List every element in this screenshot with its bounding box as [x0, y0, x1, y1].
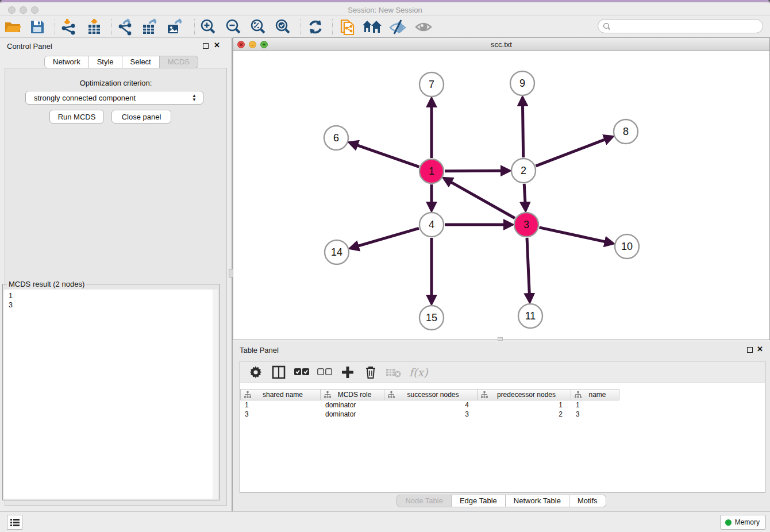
edge-3-to-10[interactable]: [539, 228, 606, 242]
column-header-name[interactable]: name: [571, 389, 619, 400]
first-neighbors-icon[interactable]: [360, 18, 384, 36]
table-row[interactable]: 1dominator411: [240, 400, 765, 410]
search-field[interactable]: [598, 19, 763, 33]
graph-node-1[interactable]: 1: [419, 159, 444, 183]
graph-node-8[interactable]: 8: [614, 119, 638, 144]
tab-select[interactable]: Select: [122, 56, 160, 68]
function-builder-icon-disabled: f(x): [409, 366, 428, 379]
network-graph[interactable]: 7968124314101511: [233, 51, 769, 340]
edge-3-to-11[interactable]: [527, 238, 529, 295]
svg-text:11: 11: [525, 310, 536, 322]
run-mcds-button[interactable]: Run MCDS: [49, 110, 104, 124]
table-header-row: shared nameMCDS rolesuccessor nodesprede…: [240, 389, 619, 400]
delete-column-icon[interactable]: [363, 365, 378, 380]
zoom-in-icon[interactable]: [196, 18, 220, 36]
close-panel-button[interactable]: Close panel: [111, 110, 171, 124]
network-view-window: ✕ – + scc.txt 7968124314101511: [233, 37, 770, 340]
sort-hierarchy-icon: [481, 391, 488, 398]
network-title: scc.txt: [233, 40, 769, 49]
graph-node-7[interactable]: 7: [419, 72, 444, 97]
edge-2-to-3[interactable]: [524, 184, 525, 203]
column-header-MCDS-role[interactable]: MCDS role: [321, 389, 384, 400]
network-canvas[interactable]: 7968124314101511: [233, 51, 769, 340]
edge-2-to-9[interactable]: [522, 105, 523, 157]
zoom-selected-icon[interactable]: [271, 18, 295, 36]
mcds-result-list[interactable]: 1 3: [4, 290, 218, 499]
refresh-icon[interactable]: [303, 18, 328, 36]
svg-text:7: 7: [429, 79, 434, 90]
task-list-icon: [10, 518, 20, 526]
table-row[interactable]: 3dominator323: [240, 410, 765, 419]
export-network-icon[interactable]: [113, 18, 137, 36]
graph-node-15[interactable]: 15: [419, 306, 444, 330]
edge-1-to-2[interactable]: [445, 171, 502, 171]
tab-network[interactable]: Network: [44, 56, 89, 68]
tab-style[interactable]: Style: [89, 56, 122, 68]
open-folder-icon[interactable]: [1, 18, 25, 36]
graph-node-9[interactable]: 9: [510, 71, 534, 95]
graph-node-4[interactable]: 4: [419, 213, 444, 237]
tab-network-table[interactable]: Network Table: [506, 495, 569, 507]
edge-1-to-6[interactable]: [356, 145, 419, 167]
cell: 1: [240, 400, 321, 410]
close-panel-icon[interactable]: ✕: [757, 345, 763, 353]
result-scrollbar[interactable]: [213, 290, 218, 499]
edge-4-to-14[interactable]: [357, 228, 419, 246]
cell: 1: [571, 400, 619, 410]
tab-mcds[interactable]: MCDS: [160, 56, 198, 68]
main-toolbar: [0, 16, 770, 38]
graph-node-6[interactable]: 6: [324, 126, 348, 150]
table-toolbar: f(x): [240, 361, 765, 383]
import-table-icon[interactable]: [82, 18, 106, 36]
deselect-all-columns-icon[interactable]: [317, 365, 332, 380]
save-icon[interactable]: [25, 18, 49, 36]
add-column-icon[interactable]: [340, 365, 355, 380]
toolbar-divider: [55, 19, 55, 35]
tab-motifs[interactable]: Motifs: [569, 495, 606, 507]
float-panel-icon[interactable]: [747, 347, 753, 353]
column-header-successor-nodes[interactable]: successor nodes: [384, 389, 478, 400]
column-panel-icon[interactable]: [271, 365, 286, 380]
new-network-from-selection-icon[interactable]: [336, 18, 360, 36]
close-panel-icon[interactable]: ✕: [214, 41, 220, 49]
export-image-icon[interactable]: [163, 18, 187, 36]
status-bar: Memory: [0, 511, 770, 532]
float-panel-icon[interactable]: [203, 43, 209, 49]
optimization-criterion-dropdown[interactable]: strongly connected component ▲▼: [25, 91, 203, 105]
graph-node-11[interactable]: 11: [518, 304, 542, 328]
zoom-out-icon[interactable]: [221, 18, 245, 36]
cell: 4: [384, 400, 478, 410]
search-input[interactable]: [611, 22, 763, 30]
zoom-fit-icon[interactable]: [246, 18, 270, 36]
mcds-result-title: MCDS result (2 nodes): [7, 280, 86, 288]
svg-text:8: 8: [623, 126, 629, 137]
column-header-shared-name[interactable]: shared name: [240, 389, 321, 400]
search-icon: [603, 22, 611, 30]
import-network-icon[interactable]: [56, 18, 80, 36]
tab-edge-table[interactable]: Edge Table: [452, 495, 506, 507]
svg-text:2: 2: [521, 165, 526, 176]
graph-node-10[interactable]: 10: [615, 234, 639, 259]
session-title: Session: New Session: [0, 6, 770, 14]
cell: dominator: [321, 400, 384, 410]
toolbar-divider: [301, 19, 301, 35]
edge-2-to-8[interactable]: [536, 139, 606, 166]
task-history-button[interactable]: [7, 515, 22, 530]
memory-button[interactable]: Memory: [720, 515, 766, 530]
graph-node-3[interactable]: 3: [514, 213, 538, 237]
show-all-icon[interactable]: [411, 18, 436, 36]
table-settings-icon[interactable]: [248, 365, 263, 380]
memory-status-icon: [725, 519, 732, 526]
graph-node-14[interactable]: 14: [325, 240, 349, 264]
edge-3-to-1[interactable]: [450, 182, 515, 218]
column-header-predecessor-nodes[interactable]: predecessor nodes: [478, 389, 571, 400]
export-table-icon[interactable]: [138, 18, 162, 36]
window-resize-handle[interactable]: [498, 337, 503, 341]
tab-node-table[interactable]: Node Table: [396, 495, 452, 507]
chevron-updown-icon: ▲▼: [191, 92, 198, 103]
cell: 3: [571, 410, 619, 419]
select-all-columns-icon[interactable]: [294, 365, 309, 380]
control-panel: Control Panel ✕ NetworkStyleSelectMCDS O…: [0, 38, 232, 511]
hide-selected-icon[interactable]: [386, 18, 410, 36]
graph-node-2[interactable]: 2: [511, 159, 536, 183]
